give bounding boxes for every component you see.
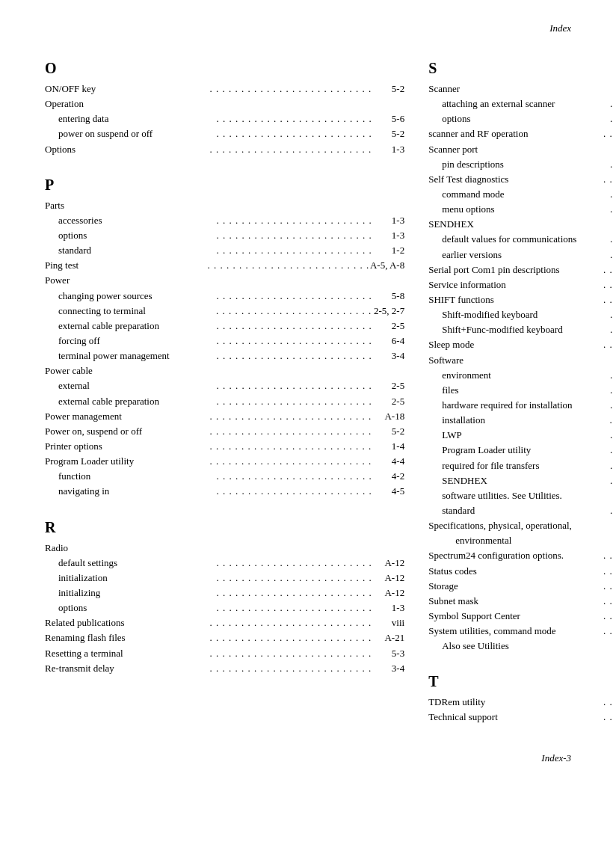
entry-dots: . . . . . . . . . . . . . . . . . . . . … — [210, 409, 374, 424]
entry-label: Serial port Com1 pin descriptions — [428, 262, 602, 277]
index-entry: options . . . . . . . . . . . . . . . . … — [428, 111, 616, 126]
index-section: OON/OFF key . . . . . . . . . . . . . . … — [45, 60, 404, 169]
index-entry: Specifications, physical, operational, — [428, 518, 616, 533]
entry-label: initialization — [45, 571, 215, 586]
entry-dots: . . . . . . . . . . . . . . . . . . . . … — [217, 378, 374, 393]
index-entry: default values for communications . . . … — [428, 232, 616, 247]
entry-label: software utilities. See Utilities. — [428, 488, 616, 503]
entry-dots: . . . . . . . . . . . . . . . . . . . . … — [603, 579, 616, 594]
entry-page: 4-2 — [375, 469, 404, 484]
index-entry: Ping test . . . . . . . . . . . . . . . … — [45, 258, 404, 273]
entry-page: 1-2 — [375, 243, 404, 258]
entry-page: A-12 — [375, 571, 404, 586]
index-entry: command mode . . . . . . . . . . . . . .… — [428, 187, 616, 202]
entry-label: Re-transmit delay — [45, 661, 209, 676]
entry-dots: . . . . . . . . . . . . . . . . . . . . … — [610, 232, 616, 247]
index-entry: Power — [45, 273, 404, 288]
entry-dots: . . . . . . . . . . . . . . . . . . . . … — [610, 383, 616, 398]
entry-dots: . . . . . . . . . . . . . . . . . . . . … — [210, 82, 374, 96]
entry-dots: . . . . . . . . . . . . . . . . . . . . … — [610, 96, 616, 111]
entry-label: power on suspend or off — [45, 126, 215, 141]
entry-page: 5-3 — [375, 646, 404, 661]
index-entry: scanner and RF operation . . . . . . . .… — [428, 126, 616, 141]
entry-label: Power on, suspend or off — [45, 424, 209, 439]
index-entry: Subnet mask . . . . . . . . . . . . . . … — [428, 594, 616, 609]
index-entry: Operation — [45, 96, 404, 111]
index-entry: Also see Utilities — [428, 639, 616, 654]
entry-dots: . . . . . . . . . . . . . . . . . . . . … — [603, 710, 616, 725]
index-entry: SHIFT functions . . . . . . . . . . . . … — [428, 292, 616, 307]
entry-label: initializing — [45, 586, 215, 600]
entry-page — [375, 363, 404, 378]
index-entry: external cable preparation . . . . . . .… — [45, 319, 404, 334]
entry-page: A-12 — [375, 556, 404, 571]
entry-label: Power cable — [45, 363, 375, 378]
index-entry: Program Loader utility . . . . . . . . .… — [428, 443, 616, 458]
entry-page: A-5, A-8 — [370, 258, 404, 273]
entry-dots: . . . . . . . . . . . . . . . . . . . . … — [210, 630, 374, 645]
entry-dots: . . . . . . . . . . . . . . . . . . . . … — [217, 556, 374, 571]
index-entry: entering data . . . . . . . . . . . . . … — [45, 111, 404, 126]
entry-label: Program Loader utility — [428, 443, 609, 458]
entry-dots: . . . . . . . . . . . . . . . . . . . . … — [610, 473, 616, 488]
entry-label: Specifications, physical, operational, — [428, 518, 616, 533]
entry-label: Scanner — [428, 82, 616, 96]
entry-label: forcing off — [45, 334, 215, 348]
entry-page: A-21 — [375, 630, 404, 645]
index-entry: navigating in . . . . . . . . . . . . . … — [45, 484, 404, 499]
entry-dots: . . . . . . . . . . . . . . . . . . . . … — [610, 398, 616, 413]
index-entry: Power management . . . . . . . . . . . .… — [45, 409, 404, 424]
entry-page: 4-4 — [375, 454, 404, 469]
entry-dots: . . . . . . . . . . . . . . . . . . . . … — [216, 304, 372, 319]
entry-label: changing power sources — [45, 289, 215, 304]
index-entry: pin descriptions . . . . . . . . . . . .… — [428, 157, 616, 172]
index-entry: Related publications . . . . . . . . . .… — [45, 615, 404, 630]
entry-label: Subnet mask — [428, 594, 602, 609]
entry-dots: . . . . . . . . . . . . . . . . . . . . … — [217, 571, 374, 586]
entry-page: 1-3 — [375, 142, 404, 157]
right-column: SScannerattaching an external scanner . … — [428, 52, 616, 737]
index-entry: default settings . . . . . . . . . . . .… — [45, 556, 404, 571]
entry-dots: . . . . . . . . . . . . . . . . . . . . … — [217, 394, 374, 409]
index-entry: initialization . . . . . . . . . . . . .… — [45, 571, 404, 586]
entry-label: Ping test — [45, 258, 206, 273]
entry-label: Radio — [45, 541, 375, 556]
index-entry: initializing . . . . . . . . . . . . . .… — [45, 586, 404, 600]
entry-page: 3-4 — [375, 348, 404, 363]
index-entry: Serial port Com1 pin descriptions . . . … — [428, 262, 616, 277]
index-entry: Printer options . . . . . . . . . . . . … — [45, 439, 404, 454]
entry-label: command mode — [428, 187, 609, 202]
index-entry: environment . . . . . . . . . . . . . . … — [428, 368, 616, 383]
entry-dots: . . . . . . . . . . . . . . . . . . . . … — [603, 337, 616, 352]
entry-page — [375, 541, 404, 556]
entry-dots: . . . . . . . . . . . . . . . . . . . . … — [610, 202, 616, 217]
entry-label: SENDHEX — [428, 217, 616, 232]
entry-page: 3-4 — [375, 661, 404, 676]
entry-page: 1-4 — [375, 439, 404, 454]
entry-label: installation — [428, 413, 608, 428]
index-entry: TDRem utility . . . . . . . . . . . . . … — [428, 695, 616, 710]
entry-label: System utilities, command mode — [428, 624, 602, 639]
entry-dots: . . . . . . . . . . . . . . . . . . . . … — [610, 248, 616, 262]
entry-label: scanner and RF operation — [428, 126, 602, 141]
index-entry: external . . . . . . . . . . . . . . . .… — [45, 378, 404, 393]
entry-label: pin descriptions — [428, 157, 609, 172]
entry-dots: . . . . . . . . . . . . . . . . . . . . … — [603, 277, 616, 292]
entry-dots: . . . . . . . . . . . . . . . . . . . . … — [603, 695, 616, 710]
entry-label: ON/OFF key — [45, 82, 209, 96]
entry-label: Options — [45, 142, 209, 157]
entry-page — [375, 273, 404, 288]
section-letter: R — [45, 519, 404, 536]
entry-page: 2-5 — [375, 378, 404, 393]
entry-dots: . . . . . . . . . . . . . . . . . . . . … — [603, 624, 616, 639]
entry-page — [375, 96, 404, 111]
entry-label: attaching an external scanner — [428, 96, 609, 111]
section-letter: O — [45, 60, 404, 77]
index-entry: ON/OFF key . . . . . . . . . . . . . . .… — [45, 82, 404, 96]
entry-label: external cable preparation — [45, 319, 215, 334]
entry-page: 5-8 — [375, 289, 404, 304]
index-entry: Scanner port — [428, 142, 616, 157]
index-entry: attaching an external scanner . . . . . … — [428, 96, 616, 111]
page: Index OON/OFF key . . . . . . . . . . . … — [0, 0, 616, 794]
entry-dots: . . . . . . . . . . . . . . . . . . . . … — [610, 428, 616, 443]
